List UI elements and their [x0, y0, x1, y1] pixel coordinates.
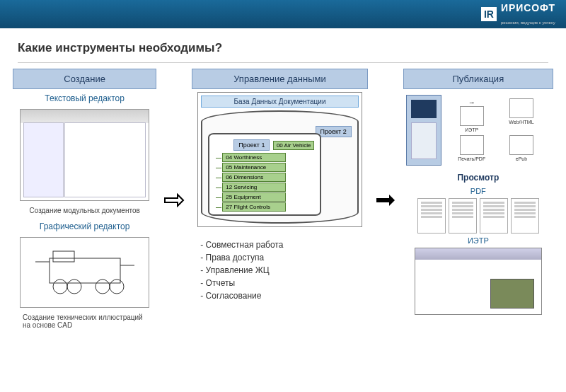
text-editor-heading: Текстовый редактор [13, 89, 156, 108]
tree-item: 27 Flight Controls [222, 202, 286, 212]
db-title: База Данных Документации [201, 96, 358, 108]
view-heading: Просмотр [403, 170, 553, 185]
project-1-box: Проект 1 00 Air Vehicle 04 Worthiness 05… [208, 133, 321, 216]
arrow-icon [374, 69, 398, 332]
server-icon [406, 95, 441, 166]
col1-header: Создание [13, 69, 156, 89]
output-pdf: Печать/PDF [449, 135, 495, 161]
logo-tagline: решения, ведущие к успеху [501, 21, 555, 25]
svg-point-2 [67, 279, 81, 294]
feature-list: - Совместная работа - Права доступа - Уп… [192, 233, 367, 308]
divider [18, 62, 548, 63]
tree-item: 06 Dimensions [222, 173, 286, 182]
output-formats: →ИЭТР Web/HTML Печать/PDF ePub [449, 98, 545, 161]
bullet: - Согласование [200, 289, 359, 302]
svg-rect-5 [53, 251, 74, 262]
logo-badge: IR [481, 7, 497, 21]
page-title: Какие инструменты необходимы? [0, 28, 566, 62]
db-cylinder: Проект 2 Проект 1 00 Air Vehicle 04 Wort… [201, 110, 358, 224]
project-1-label: Проект 1 [233, 139, 270, 151]
svg-point-4 [110, 279, 124, 294]
pdf-page [449, 198, 477, 234]
pdf-page [511, 198, 539, 234]
output-web: Web/HTML [498, 98, 545, 132]
bullet: - Права доступа [200, 251, 359, 264]
arrow-icon [162, 69, 186, 332]
bullet: - Совместная работа [200, 238, 359, 251]
bullet: - Отчеты [200, 277, 359, 289]
cad-caption: Создание технических иллюстраций на осно… [13, 311, 156, 332]
pdf-page [417, 198, 446, 234]
logo-text: ИРИСОФТ [501, 2, 555, 13]
output-ietr: →ИЭТР [449, 98, 495, 132]
cad-illustration [20, 237, 149, 308]
pdf-page [480, 198, 508, 234]
tree-item: 12 Servicing [222, 183, 286, 192]
bullet: - Управление ЖЦ [200, 264, 359, 277]
text-editor-screenshot [20, 109, 149, 201]
output-epub: ePub [498, 135, 545, 161]
browser-mockup [415, 248, 542, 315]
graphic-editor-heading: Графический редактор [13, 217, 156, 236]
brand-logo: IR ИРИСОФТ решения, ведущие к успеху [481, 1, 555, 27]
pdf-thumbnails [405, 198, 552, 234]
top-bar: IR ИРИСОФТ решения, ведущие к успеху [0, 0, 566, 28]
tree-item: 05 Maintenance [222, 163, 286, 172]
column-creation: Создание Текстовый редактор Создание мод… [13, 69, 156, 332]
col2-header: Управление данными [192, 69, 367, 89]
tree-root: 00 Air Vehicle [273, 141, 314, 150]
ietr-label: ИЭТР [403, 235, 553, 246]
tree-item: 25 Equipment [222, 192, 286, 202]
column-data-management: Управление данными База Данных Документа… [192, 69, 367, 332]
column-publication: Публикация →ИЭТР Web/HTML Печать/PDF ePu… [403, 69, 553, 332]
tree-item: 04 Worthiness [222, 153, 286, 162]
pdf-label: PDF [403, 185, 553, 197]
col3-header: Публикация [403, 69, 553, 89]
database-diagram: База Данных Документации Проект 2 Проект… [197, 92, 362, 227]
svg-point-1 [53, 279, 67, 294]
text-editor-caption: Создание модульных документов [13, 204, 156, 217]
svg-point-3 [96, 279, 110, 294]
